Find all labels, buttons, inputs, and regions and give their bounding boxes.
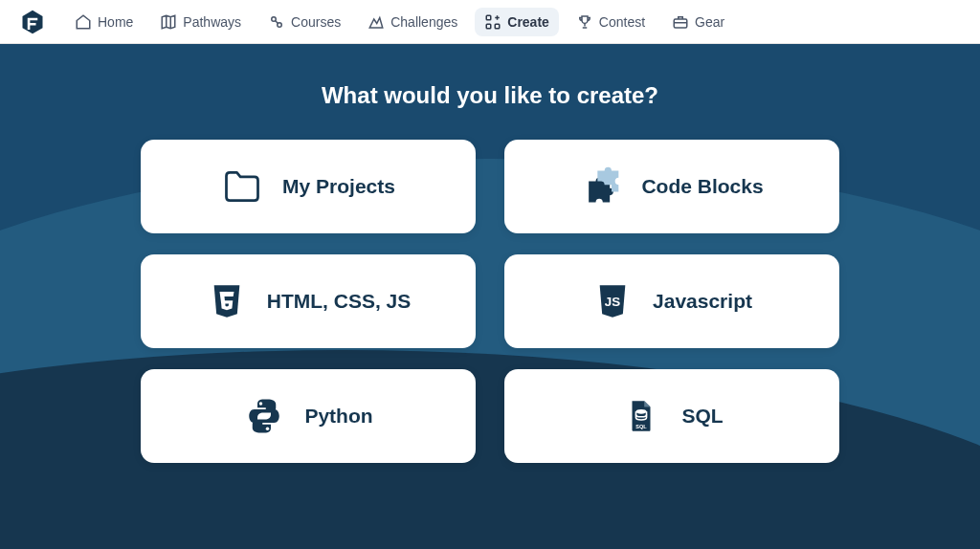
nav-label: Create: [507, 14, 549, 30]
folder-icon: [221, 165, 263, 208]
nav-courses[interactable]: Courses: [258, 8, 350, 36]
mountain-icon: [368, 13, 385, 31]
nav-label: Home: [98, 14, 133, 30]
nav-label: Pathways: [183, 14, 241, 30]
card-sql[interactable]: SQL SQL: [504, 369, 839, 463]
card-label: My Projects: [282, 175, 395, 198]
card-javascript[interactable]: JS Javascript: [504, 254, 839, 348]
card-label: Code Blocks: [641, 175, 763, 198]
nav-contest[interactable]: Contest: [567, 8, 655, 36]
map-icon: [160, 13, 177, 31]
page-heading: What would you like to create?: [0, 82, 980, 109]
puzzle-icon: [580, 165, 622, 208]
nav-label: Challenges: [390, 14, 457, 30]
nav-home[interactable]: Home: [65, 8, 143, 36]
top-navigation: Home Pathways Courses Challenges: [0, 0, 980, 44]
python-icon: [243, 395, 285, 437]
svg-rect-5: [496, 24, 501, 29]
nav-label: Courses: [291, 14, 341, 30]
sql-file-icon: SQL: [620, 395, 662, 437]
main-content: What would you like to create? My Projec…: [0, 44, 980, 463]
javascript-icon: JS: [591, 280, 634, 322]
html5-icon: [206, 280, 248, 322]
card-code-blocks[interactable]: Code Blocks: [504, 140, 839, 233]
svg-point-10: [636, 409, 647, 414]
nav-pathways[interactable]: Pathways: [150, 8, 251, 36]
svg-point-9: [266, 427, 270, 430]
card-my-projects[interactable]: My Projects: [141, 140, 476, 233]
grid-plus-icon: [484, 13, 501, 31]
svg-marker-0: [23, 10, 43, 33]
svg-text:SQL: SQL: [636, 424, 648, 429]
card-label: HTML, CSS, JS: [267, 290, 412, 313]
nav-label: Gear: [695, 14, 724, 30]
svg-text:JS: JS: [605, 295, 620, 309]
trophy-icon: [576, 13, 593, 31]
link-icon: [268, 13, 285, 31]
nav-gear[interactable]: Gear: [662, 8, 734, 36]
nav-challenges[interactable]: Challenges: [358, 8, 467, 36]
svg-rect-4: [487, 24, 492, 29]
nav-label: Contest: [599, 14, 645, 30]
card-label: Javascript: [653, 290, 752, 313]
nav-create[interactable]: Create: [475, 8, 559, 36]
briefcase-icon: [672, 13, 689, 31]
app-logo[interactable]: [19, 9, 46, 35]
svg-point-8: [259, 402, 263, 406]
card-label: SQL: [681, 405, 723, 428]
create-cards-grid: My Projects Code Blocks HTML, CSS, JS: [0, 140, 980, 463]
svg-rect-3: [487, 15, 492, 20]
card-python[interactable]: Python: [141, 369, 476, 463]
card-html-css-js[interactable]: HTML, CSS, JS: [141, 254, 476, 348]
card-label: Python: [304, 405, 372, 428]
home-icon: [75, 13, 92, 31]
